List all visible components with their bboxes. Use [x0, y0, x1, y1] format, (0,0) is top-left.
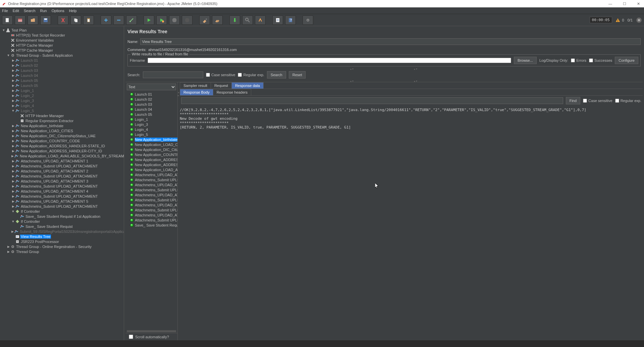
tree-item[interactable]: ▶New Application_ADDRESS_HANDLER-STATE_I…: [1, 143, 123, 148]
tree-item[interactable]: HTTP Cache Manager: [1, 43, 123, 48]
result-item[interactable]: Attachmetns_Submit UPLOAD_ATTACHMENT: [125, 177, 177, 182]
new-button[interactable]: [2, 15, 13, 25]
menu-file[interactable]: File: [2, 9, 8, 13]
tree-item[interactable]: HTTP(S) Test Script Recorder: [1, 33, 123, 38]
tree-item[interactable]: Regular Expression Extractor: [1, 118, 123, 123]
tree-item[interactable]: ▶Login_3: [1, 98, 123, 103]
tree-item[interactable]: ▶Launch 05: [1, 83, 123, 88]
save-button[interactable]: [40, 15, 51, 25]
tree-item[interactable]: Environment Variabiles: [1, 38, 123, 43]
scroll-auto-checkbox[interactable]: [129, 335, 133, 339]
open-button[interactable]: [28, 15, 38, 25]
result-item[interactable]: New Application_ADDRESS_HANDLER-STATE_ID: [125, 157, 177, 162]
result-item[interactable]: Launch 04: [125, 107, 177, 112]
tab-sampler-result[interactable]: Sampler result: [180, 82, 211, 89]
find-button[interactable]: Find: [566, 97, 580, 104]
result-item[interactable]: Login_1: [125, 117, 177, 122]
tree-item[interactable]: ▶Attachmetns_Submit UPLOAD_ATTACHMENT: [1, 163, 123, 168]
toggle-button[interactable]: [126, 15, 137, 25]
function-helper-button[interactable]: [255, 15, 266, 25]
tree-item[interactable]: ▶Login_1: [1, 88, 123, 93]
result-item[interactable]: Login_3: [125, 122, 177, 127]
tab-request[interactable]: Request: [211, 82, 232, 89]
minimize-button[interactable]: —: [606, 2, 614, 6]
name-input[interactable]: [140, 38, 641, 45]
gear-button[interactable]: [303, 15, 313, 25]
start-no-timers-button[interactable]: [156, 15, 167, 25]
menu-options[interactable]: Options: [52, 9, 64, 13]
tree-item[interactable]: ▶Attachmetns_UPLOAD_ATTACHMENT 4: [1, 189, 123, 194]
browse-button[interactable]: Browse...: [514, 57, 537, 64]
result-item[interactable]: Attachmetns_UPLOAD_ATTACHMENT 4: [125, 202, 177, 207]
stop-button[interactable]: [169, 15, 180, 25]
clear-button[interactable]: [199, 15, 210, 25]
result-item[interactable]: New Application_LOAD_AVAILABLE_SCHOOLS: [125, 167, 177, 172]
tree-item[interactable]: ▶Attachmetns_UPLOAD_ATTACHMENT 3: [1, 179, 123, 184]
result-item[interactable]: Attachmetns_Submit UPLOAD_ATTACHMENT: [125, 187, 177, 192]
menu-run[interactable]: Run: [40, 9, 47, 13]
result-item[interactable]: Launch 05: [125, 112, 177, 117]
tree-item[interactable]: ▼Login_5: [1, 108, 123, 113]
tree-item[interactable]: HTTP Header Manager: [1, 113, 123, 118]
filename-input[interactable]: [148, 58, 511, 63]
tree-item[interactable]: ▶Launch 01: [1, 58, 123, 63]
result-item[interactable]: New Application_DIC_CitizenshipStatus_UA…: [125, 147, 177, 152]
tree-item[interactable]: ▶Thread Group: [1, 249, 123, 254]
result-item[interactable]: New Application_COUNTRY_CODE: [125, 152, 177, 157]
result-item[interactable]: Attachmetns_UPLOAD_ATTACHMENT 2: [125, 182, 177, 187]
result-item[interactable]: Launch 01: [125, 92, 177, 97]
tree-item[interactable]: ▶Attachmetns_Submit UPLOAD_ATTACHMENT: [1, 184, 123, 189]
tree-item[interactable]: ▶Attachmetns_UPLOAD_ATTACHMENT 1: [1, 158, 123, 163]
configure-button[interactable]: Configure: [615, 57, 638, 64]
subtab-response-headers[interactable]: Response headers: [213, 89, 251, 95]
result-item[interactable]: Login_4: [125, 127, 177, 132]
successes-checkbox[interactable]: [589, 58, 593, 62]
result-item[interactable]: New Application_ADDRESS_HANDLER-CITY_ID: [125, 162, 177, 167]
tree-item[interactable]: ▶Attachmetns_UPLOAD_ATTACHMENT 5: [1, 199, 123, 204]
test-plan-tree[interactable]: ▼Test PlanHTTP(S) Test Script RecorderEn…: [0, 26, 124, 340]
tree-item[interactable]: ▶New Application_birthdate: [1, 123, 123, 128]
errors-checkbox[interactable]: [571, 58, 575, 62]
reset-button[interactable]: Reset: [289, 71, 306, 79]
subtab-response-body[interactable]: Response Body: [180, 89, 213, 95]
tree-item[interactable]: ▶Attachmetns_Submit UPLOAD_ATTACHMENT: [1, 194, 123, 199]
result-item[interactable]: Attachmetns_Submit UPLOAD_ATTACHMENT: [125, 217, 177, 222]
tree-item[interactable]: ▶Attachmetns_Submit UPLOAD_ATTACHMENT: [1, 204, 123, 209]
tree-item[interactable]: ▶Attachmetns_UPLOAD_ATTACHMENT 2: [1, 168, 123, 174]
maximize-button[interactable]: ☐: [621, 2, 628, 6]
results-list[interactable]: Launch 01Launch 02Launch 03Launch 04Laun…: [125, 92, 177, 330]
menu-edit[interactable]: Edit: [13, 9, 19, 13]
result-item[interactable]: Attachmetns_Submit UPLOAD_ATTACHMENT: [125, 207, 177, 212]
tree-item[interactable]: ▶Thread Group - Online Regestration - Se…: [1, 244, 123, 249]
tree-item[interactable]: ▶Launch 04: [1, 73, 123, 78]
tree-item[interactable]: View Results Tree: [1, 234, 123, 239]
tab-response-data[interactable]: Response data: [231, 82, 264, 89]
result-item[interactable]: Launch 03: [125, 102, 177, 107]
find-case-checkbox[interactable]: [583, 99, 587, 103]
find-input[interactable]: [181, 97, 563, 104]
tree-item[interactable]: Save_ Save Student Requist if 1st Applic…: [1, 214, 123, 219]
clear-all-button[interactable]: [212, 15, 223, 25]
result-item[interactable]: Attachmetns_UPLOAD_ATTACHMENT 1: [125, 172, 177, 177]
search-input[interactable]: [143, 71, 203, 78]
search-reset-button[interactable]: [242, 15, 253, 25]
response-body-text[interactable]: //OK[9,2,8,2,-4,7,2,6,2,5,2,4,2,3,2,8,1,…: [178, 106, 643, 340]
tree-item[interactable]: ▼Test Plan: [1, 28, 123, 33]
tree-item[interactable]: ▶Login_4: [1, 103, 123, 108]
tree-item[interactable]: ▼Thread Group - Submit Application: [1, 53, 123, 58]
tree-item[interactable]: ▶New Application_ADDRESS_HANDLER-CITY_ID: [1, 148, 123, 153]
close-button[interactable]: ✕: [635, 2, 642, 6]
find-regex-checkbox[interactable]: [615, 99, 619, 103]
tree-item[interactable]: ▼If Controller: [1, 219, 123, 224]
result-item[interactable]: Save_ Save Student Requist: [125, 222, 177, 228]
paste-button[interactable]: [83, 15, 94, 25]
cut-button[interactable]: [58, 15, 68, 25]
tree-item[interactable]: ▼If Controller: [1, 209, 123, 214]
copy-button[interactable]: [70, 15, 81, 25]
result-item[interactable]: New Application_LOAD_CITIES: [125, 142, 177, 147]
tree-item[interactable]: ▶New Application_COUNTRY_CODE: [1, 138, 123, 143]
tree-item[interactable]: JSR223 PostProcessor: [1, 239, 123, 244]
search-regex-checkbox[interactable]: [238, 73, 242, 77]
menu-help[interactable]: Help: [69, 9, 77, 13]
renderer-select[interactable]: Text: [127, 84, 176, 90]
